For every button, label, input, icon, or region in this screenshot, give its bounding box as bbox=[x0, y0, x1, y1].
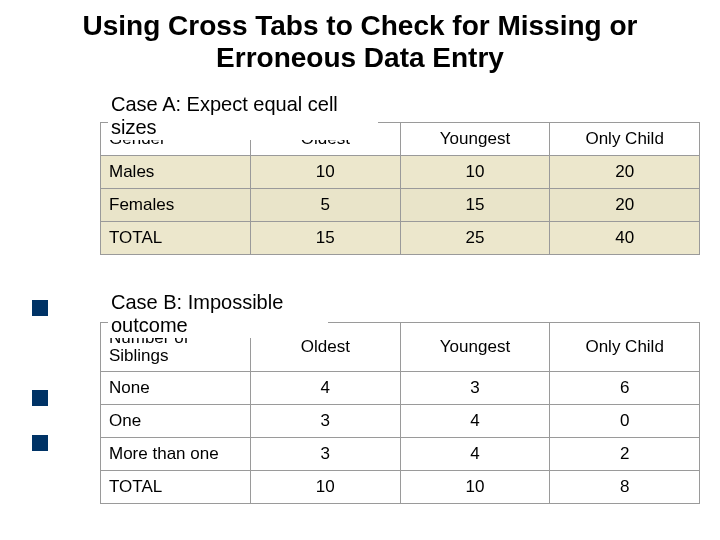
cell: 20 bbox=[550, 156, 700, 189]
cell: 4 bbox=[400, 404, 550, 437]
case-a-label: Case A: Expect equal cell sizes bbox=[108, 92, 378, 140]
cell: 4 bbox=[400, 437, 550, 470]
bullet-icon bbox=[32, 390, 48, 406]
cell: 3 bbox=[251, 404, 401, 437]
table-row: One 3 4 0 bbox=[101, 404, 700, 437]
cell: 40 bbox=[550, 222, 700, 255]
page-title: Using Cross Tabs to Check for Missing or… bbox=[0, 0, 720, 82]
cell: 3 bbox=[251, 437, 401, 470]
row-label: None bbox=[101, 371, 251, 404]
table-case-b: Number of Siblings Oldest Youngest Only … bbox=[100, 322, 700, 504]
table-case-a: Gender Oldest Youngest Only Child Males … bbox=[100, 122, 700, 255]
table-row: None 4 3 6 bbox=[101, 371, 700, 404]
table-row: More than one 3 4 2 bbox=[101, 437, 700, 470]
col-header: Youngest bbox=[400, 123, 550, 156]
cell: 15 bbox=[400, 189, 550, 222]
cell: 4 bbox=[251, 371, 401, 404]
case-b-label-line2: outcome bbox=[111, 314, 188, 336]
cell: 6 bbox=[550, 371, 700, 404]
col-header: Only Child bbox=[550, 123, 700, 156]
cell: 3 bbox=[400, 371, 550, 404]
cell: 15 bbox=[251, 222, 401, 255]
cell: 10 bbox=[251, 156, 401, 189]
cell: 0 bbox=[550, 404, 700, 437]
table-row: TOTAL 10 10 8 bbox=[101, 470, 700, 503]
cell: 10 bbox=[400, 156, 550, 189]
case-a-label-line2: sizes bbox=[111, 116, 157, 138]
cell: 25 bbox=[400, 222, 550, 255]
case-b-label-line1: Case B: Impossible bbox=[111, 291, 283, 313]
row-label: One bbox=[101, 404, 251, 437]
table-row: Males 10 10 20 bbox=[101, 156, 700, 189]
case-a-label-line1: Case A: Expect equal cell bbox=[111, 93, 338, 115]
cell: 10 bbox=[251, 470, 401, 503]
cell: 10 bbox=[400, 470, 550, 503]
case-b-label: Case B: Impossible outcome bbox=[108, 290, 328, 338]
cell: 2 bbox=[550, 437, 700, 470]
bullet-icon bbox=[32, 435, 48, 451]
col-header: Youngest bbox=[400, 323, 550, 372]
table-row: Females 5 15 20 bbox=[101, 189, 700, 222]
row-label: More than one bbox=[101, 437, 251, 470]
col-header: Only Child bbox=[550, 323, 700, 372]
cell: 20 bbox=[550, 189, 700, 222]
row-label: Males bbox=[101, 156, 251, 189]
row-label: TOTAL bbox=[101, 470, 251, 503]
table-row: TOTAL 15 25 40 bbox=[101, 222, 700, 255]
row-label: Females bbox=[101, 189, 251, 222]
cell: 5 bbox=[251, 189, 401, 222]
cell: 8 bbox=[550, 470, 700, 503]
bullet-icon bbox=[32, 300, 48, 316]
col-header-row-label-l2: Siblings bbox=[109, 347, 242, 365]
row-label: TOTAL bbox=[101, 222, 251, 255]
